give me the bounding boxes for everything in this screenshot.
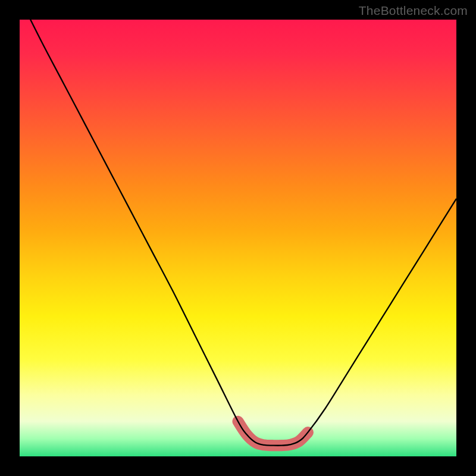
bottleneck-curve xyxy=(20,20,456,446)
watermark-text: TheBottleneck.com xyxy=(359,4,468,18)
chart-stage: TheBottleneck.com xyxy=(0,0,476,476)
plot-area xyxy=(20,20,456,456)
curve-layer xyxy=(20,20,456,456)
